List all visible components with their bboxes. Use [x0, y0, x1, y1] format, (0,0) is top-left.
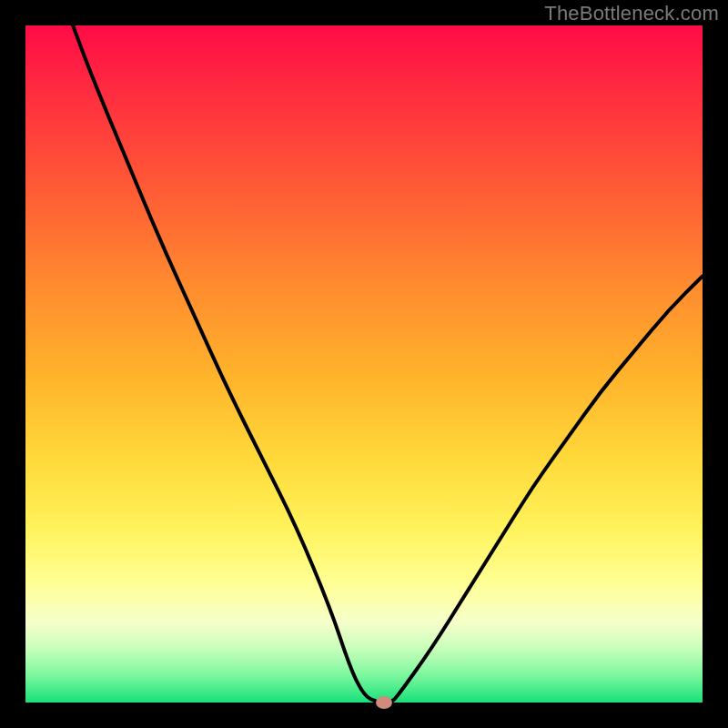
- bottleneck-curve-path: [73, 25, 703, 703]
- chart-frame: TheBottleneck.com: [0, 0, 728, 728]
- curve-svg: [25, 25, 703, 703]
- marker-dot: [376, 696, 392, 709]
- watermark-text: TheBottleneck.com: [544, 2, 719, 25]
- plot-area: [25, 25, 703, 703]
